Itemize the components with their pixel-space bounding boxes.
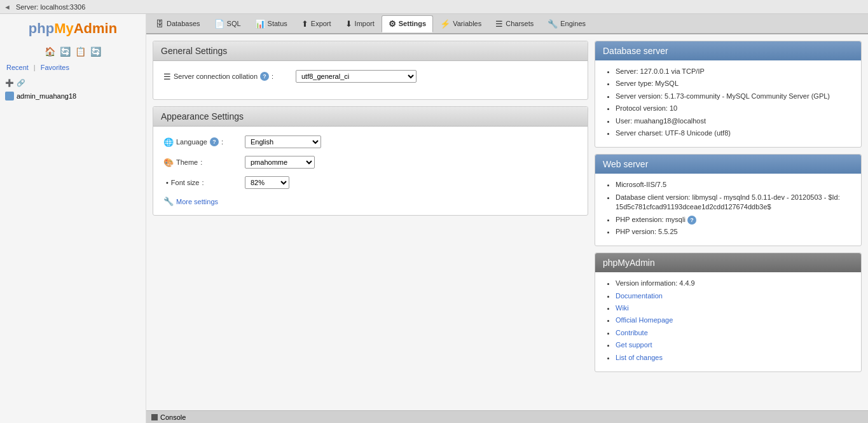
tab-engines[interactable]: 🔧 Engines xyxy=(541,15,593,32)
tab-variables-label: Variables xyxy=(453,20,481,27)
theme-label-text: Theme xyxy=(176,158,198,166)
back-arrow[interactable]: ◄ xyxy=(4,3,11,11)
right-panel: Database server Server: 127.0.0.1 via TC… xyxy=(595,41,862,404)
server-title: Server: localhost:3306 xyxy=(16,3,85,11)
sidebar-db-item[interactable]: admin_muahang18 xyxy=(0,90,146,102)
console-bar[interactable]: Console xyxy=(146,410,868,423)
logo-php: php xyxy=(29,20,54,36)
db-server-header: Database server xyxy=(595,41,861,60)
charsets-icon: ☰ xyxy=(495,19,503,29)
import-icon: ⬇ xyxy=(345,19,352,29)
list-item: PHP version: 5.5.25 xyxy=(616,227,852,237)
tab-import-label: Import xyxy=(355,20,375,27)
homepage-link[interactable]: Official Homepage xyxy=(616,316,673,324)
tab-sql[interactable]: 📄 SQL xyxy=(207,15,248,32)
more-settings-label: More settings xyxy=(176,198,218,205)
tab-status-label: Status xyxy=(268,20,287,27)
web-server-header: Web server xyxy=(595,155,861,174)
list-item: Database client version: libmysql - mysq… xyxy=(616,193,852,212)
language-select[interactable]: English French German Spanish xyxy=(245,135,321,148)
sql-icon: 📄 xyxy=(214,19,224,29)
docs-icon[interactable]: 📋 xyxy=(75,46,86,57)
list-item: Server charset: UTF-8 Unicode (utf8) xyxy=(616,128,852,138)
list-item: Get support xyxy=(616,340,852,350)
pma-title: phpMyAdmin xyxy=(603,258,655,268)
tab-settings[interactable]: ⚙ Settings xyxy=(382,15,433,32)
tab-engines-label: Engines xyxy=(560,20,586,27)
db-server-panel: Database server Server: 127.0.0.1 via TC… xyxy=(595,41,862,148)
tab-import[interactable]: ⬇ Import xyxy=(338,15,382,32)
theme-label: 🎨 Theme: xyxy=(163,158,240,167)
appearance-settings-title: Appearance Settings xyxy=(161,111,244,121)
tab-variables[interactable]: ⚡ Variables xyxy=(433,15,488,32)
new-icon[interactable]: ➕ xyxy=(5,79,14,87)
db-icon xyxy=(5,92,14,101)
web-server-panel: Web server Microsoft-IIS/7.5 Database cl… xyxy=(595,154,862,246)
tab-export[interactable]: ⬆ Export xyxy=(294,15,338,32)
mysqli-help-icon[interactable]: ? xyxy=(687,216,696,225)
list-item: Documentation xyxy=(616,291,852,301)
pma-body: Version information: 4.4.9 Documentation… xyxy=(595,272,861,371)
tab-sql-label: SQL xyxy=(227,20,241,27)
tab-status[interactable]: 📊 Status xyxy=(248,15,294,32)
list-item: Server type: MySQL xyxy=(616,79,852,88)
list-item: Server: 127.0.0.1 via TCP/IP xyxy=(616,67,852,76)
theme-row: 🎨 Theme: pmahomme original metro xyxy=(163,156,577,169)
db-server-title: Database server xyxy=(603,46,668,56)
collation-help-icon[interactable]: ? xyxy=(260,72,269,81)
theme-select[interactable]: pmahomme original metro xyxy=(245,156,315,169)
list-item: Contribute xyxy=(616,328,852,338)
more-settings-link[interactable]: 🔧 More settings xyxy=(163,197,577,206)
tab-charsets-label: Charsets xyxy=(506,20,534,27)
list-item: PHP extension: mysqli ? xyxy=(616,215,852,225)
db-server-list: Server: 127.0.0.1 via TCP/IP Server type… xyxy=(604,67,852,138)
wrench-icon: 🔧 xyxy=(163,197,174,206)
list-item: Microsoft-IIS/7.5 xyxy=(616,180,852,190)
list-item: Official Homepage xyxy=(616,316,852,325)
documentation-link[interactable]: Documentation xyxy=(616,292,663,300)
theme-icon: 🎨 xyxy=(163,158,174,167)
language-help-icon[interactable]: ? xyxy=(210,137,219,146)
console-icon xyxy=(151,414,158,420)
left-panels: General Settings ☰ Server connection col… xyxy=(153,41,588,404)
top-bar: ◄ Server: localhost:3306 xyxy=(0,0,868,14)
sidebar-db-label: admin_muahang18 xyxy=(17,92,76,100)
wiki-link[interactable]: Wiki xyxy=(616,304,629,312)
pma-header: phpMyAdmin xyxy=(595,253,861,272)
refresh-icon[interactable]: 🔄 xyxy=(60,46,71,57)
sidebar-db-tools: ➕ 🔗 xyxy=(0,76,146,90)
sidebar-nav-links: Recent | Favorites xyxy=(0,62,146,76)
favorites-link[interactable]: Favorites xyxy=(41,64,69,71)
settings-icon: ⚙ xyxy=(389,19,396,29)
collation-select[interactable]: utf8_general_ci utf8_unicode_ci latin1_s… xyxy=(296,70,417,83)
list-item: List of changes xyxy=(616,353,852,363)
fontsize-select[interactable]: 75% 82% 90% 100% 110% xyxy=(245,176,289,189)
collation-label: ☰ Server connection collation ?: xyxy=(163,72,291,81)
list-item: Server version: 5.1.73-community - MySQL… xyxy=(616,92,852,101)
tab-databases[interactable]: 🗄 Databases xyxy=(149,15,207,32)
external-icon[interactable]: 🔄 xyxy=(90,46,102,57)
web-server-list: Microsoft-IIS/7.5 Database client versio… xyxy=(604,180,852,237)
fontsize-label: • Font size: xyxy=(163,179,240,186)
export-icon: ⬆ xyxy=(301,19,308,29)
web-server-title: Web server xyxy=(603,159,648,169)
variables-icon: ⚡ xyxy=(440,19,450,29)
engines-icon: 🔧 xyxy=(548,19,558,29)
link-icon[interactable]: 🔗 xyxy=(17,79,25,87)
general-settings-box: General Settings ☰ Server connection col… xyxy=(153,41,588,100)
language-globe-icon: 🌐 xyxy=(163,137,174,147)
get-support-link[interactable]: Get support xyxy=(616,341,652,349)
home-icon[interactable]: 🏠 xyxy=(45,46,56,57)
logo-admin: Admin xyxy=(74,20,117,36)
tab-export-label: Export xyxy=(311,20,331,27)
general-settings-header: General Settings xyxy=(153,41,588,61)
panels: General Settings ☰ Server connection col… xyxy=(146,34,868,410)
appearance-settings-box: Appearance Settings 🌐 Language ?: Englis… xyxy=(153,106,588,216)
tab-charsets[interactable]: ☰ Charsets xyxy=(488,15,541,32)
list-changes-link[interactable]: List of changes xyxy=(616,354,663,361)
contribute-link[interactable]: Contribute xyxy=(616,329,648,336)
list-item: Wiki xyxy=(616,303,852,313)
recent-link[interactable]: Recent xyxy=(6,64,29,71)
list-item: Protocol version: 10 xyxy=(616,104,852,113)
sidebar-logo: phpMyAdmin xyxy=(0,14,146,43)
